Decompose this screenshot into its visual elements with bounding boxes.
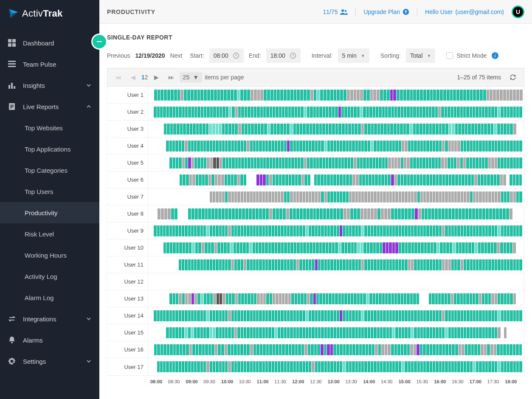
activity-segment[interactable]	[495, 191, 497, 202]
activity-segment[interactable]	[238, 157, 241, 169]
activity-segment[interactable]	[298, 107, 300, 118]
activity-segment[interactable]	[337, 310, 339, 321]
activity-segment[interactable]	[433, 327, 435, 338]
activity-segment[interactable]	[503, 174, 506, 185]
user-row-track[interactable]	[148, 290, 524, 307]
activity-segment[interactable]	[501, 361, 504, 372]
activity-segment[interactable]	[453, 90, 456, 101]
activity-segment[interactable]	[474, 174, 477, 185]
activity-segment[interactable]	[426, 344, 429, 355]
activity-segment[interactable]	[392, 310, 395, 321]
activity-segment[interactable]	[200, 276, 203, 287]
activity-segment[interactable]	[235, 107, 238, 118]
activity-segment[interactable]	[501, 191, 504, 202]
activity-segment[interactable]	[399, 225, 401, 236]
activity-segment[interactable]	[287, 140, 290, 152]
activity-segment[interactable]	[419, 157, 422, 169]
activity-segment[interactable]	[309, 140, 311, 152]
activity-segment[interactable]	[454, 191, 457, 202]
activity-segment[interactable]	[476, 293, 478, 304]
activity-segment[interactable]	[314, 174, 317, 185]
activity-segment[interactable]	[188, 140, 191, 152]
user-row-track[interactable]	[148, 171, 524, 188]
activity-segment[interactable]	[200, 327, 203, 338]
activity-segment[interactable]	[377, 191, 380, 202]
activity-segment[interactable]	[492, 225, 494, 236]
activity-segment[interactable]	[300, 242, 303, 253]
activity-segment[interactable]	[488, 310, 491, 321]
activity-segment[interactable]	[391, 107, 394, 118]
activity-segment[interactable]	[482, 259, 485, 270]
activity-segment[interactable]	[498, 293, 500, 304]
activity-segment[interactable]	[238, 293, 241, 304]
activity-segment[interactable]	[366, 174, 369, 185]
activity-segment[interactable]	[160, 157, 163, 169]
activity-segment[interactable]	[352, 327, 355, 338]
activity-segment[interactable]	[213, 310, 215, 321]
activity-segment[interactable]	[334, 361, 336, 372]
activity-segment[interactable]	[290, 310, 293, 321]
activity-segment[interactable]	[170, 344, 173, 355]
activity-segment[interactable]	[374, 140, 376, 152]
activity-segment[interactable]	[487, 174, 490, 185]
activity-segment[interactable]	[188, 276, 191, 287]
activity-segment[interactable]	[354, 242, 357, 253]
activity-segment[interactable]	[439, 276, 442, 287]
activity-segment[interactable]	[516, 208, 519, 219]
activity-segment[interactable]	[290, 242, 293, 253]
activity-segment[interactable]	[151, 191, 153, 202]
activity-segment[interactable]	[399, 242, 401, 253]
activity-segment[interactable]	[413, 107, 416, 118]
activity-segment[interactable]	[448, 361, 451, 372]
activity-segment[interactable]	[430, 140, 432, 152]
activity-segment[interactable]	[385, 344, 388, 355]
activity-segment[interactable]	[420, 361, 423, 372]
activity-segment[interactable]	[268, 140, 271, 152]
activity-segment[interactable]	[280, 90, 283, 101]
activity-segment[interactable]	[351, 293, 353, 304]
activity-segment[interactable]	[337, 140, 339, 152]
activity-segment[interactable]	[182, 293, 185, 304]
activity-segment[interactable]	[291, 107, 294, 118]
activity-segment[interactable]	[442, 140, 445, 152]
user-row-label[interactable]: User 17	[107, 358, 148, 375]
activity-segment[interactable]	[457, 191, 460, 202]
activity-segment[interactable]	[475, 124, 478, 135]
activity-segment[interactable]	[269, 344, 272, 355]
activity-segment[interactable]	[445, 174, 448, 185]
sidebar-item-working-hours[interactable]: Working Hours	[0, 244, 99, 266]
activity-segment[interactable]	[371, 276, 373, 287]
activity-segment[interactable]	[432, 293, 434, 304]
activity-segment[interactable]	[410, 344, 413, 355]
activity-segment[interactable]	[173, 344, 176, 355]
activity-segment[interactable]	[429, 124, 432, 135]
activity-segment[interactable]	[463, 107, 466, 118]
activity-segment[interactable]	[256, 140, 259, 152]
activity-segment[interactable]	[327, 90, 330, 101]
activity-segment[interactable]	[440, 90, 443, 101]
activity-segment[interactable]	[467, 191, 469, 202]
activity-segment[interactable]	[206, 124, 209, 135]
activity-segment[interactable]	[249, 208, 252, 219]
activity-segment[interactable]	[313, 242, 315, 253]
activity-segment[interactable]	[206, 361, 209, 372]
activity-segment[interactable]	[220, 90, 223, 101]
activity-segment[interactable]	[400, 90, 403, 101]
activity-segment[interactable]	[473, 293, 475, 304]
activity-segment[interactable]	[225, 191, 228, 202]
activity-segment[interactable]	[276, 174, 279, 185]
activity-segment[interactable]	[436, 225, 438, 236]
activity-segment[interactable]	[192, 174, 195, 185]
activity-segment[interactable]	[501, 107, 503, 118]
activity-segment[interactable]	[403, 90, 406, 101]
activity-segment[interactable]	[491, 293, 494, 304]
activity-segment[interactable]	[306, 310, 308, 321]
activity-segment[interactable]	[326, 157, 328, 169]
activity-segment[interactable]	[315, 191, 318, 202]
activity-segment[interactable]	[449, 174, 452, 185]
activity-segment[interactable]	[330, 225, 333, 236]
activity-segment[interactable]	[186, 124, 189, 135]
activity-segment[interactable]	[383, 327, 386, 338]
activity-segment[interactable]	[163, 327, 166, 338]
activity-segment[interactable]	[263, 344, 266, 355]
